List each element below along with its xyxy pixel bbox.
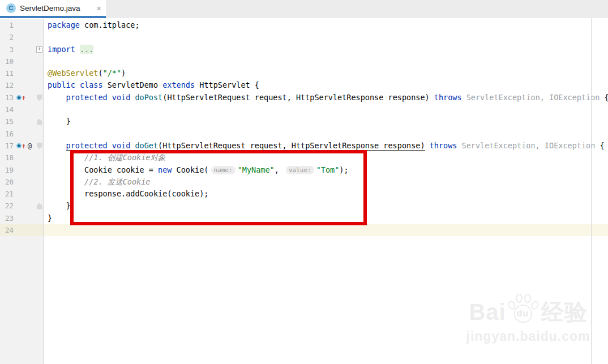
gutter-filler (0, 236, 44, 364)
code-token: } (48, 213, 52, 222)
line-number: 23 (0, 212, 14, 224)
fold-start-icon[interactable] (37, 95, 42, 101)
gutter-cell: 11 (0, 67, 44, 79)
code-text[interactable]: } (44, 212, 52, 224)
code-token: Cookie cookie = (48, 165, 158, 174)
code-token: //1. 创建Cookie对象 (84, 153, 165, 162)
gutter-cell: 18 (0, 152, 44, 164)
code-text[interactable]: } (44, 115, 71, 127)
gutter-cell: 22 (0, 200, 44, 212)
line-number: 2 (0, 31, 14, 43)
line-number: 20 (0, 176, 14, 188)
line-number: 16 (0, 128, 14, 140)
gutter-cell: 17↑@ (0, 140, 44, 152)
line-number: 12 (0, 79, 14, 91)
gutter-cell: 12 (0, 79, 44, 91)
code-text[interactable]: import ... (44, 44, 93, 55)
code-line-11[interactable]: 11@WebServlet("/*") (0, 67, 608, 79)
editor-tab[interactable]: C ServletDemo.java × (0, 0, 106, 18)
code-token: void (112, 93, 131, 102)
overriding-method-icon[interactable] (16, 95, 22, 100)
code-token: { (595, 141, 604, 150)
line-number: 11 (0, 67, 14, 79)
code-token: "Tom" (316, 165, 340, 174)
code-text[interactable]: protected void doPost(HttpServletRequest… (44, 92, 608, 104)
fold-region (36, 143, 43, 149)
line-number: 19 (0, 164, 14, 176)
code-line-23[interactable]: 23} (0, 212, 608, 224)
code-token: (HttpServletRequest request, HttpServlet… (158, 141, 425, 151)
tab-close-icon[interactable]: × (96, 4, 101, 12)
gutter-cell: 2 (0, 31, 44, 43)
code-token (75, 80, 80, 89)
right-margin-guide (591, 18, 592, 364)
code-token: HttpServlet { (195, 80, 259, 89)
code-line-14[interactable]: 14 (0, 104, 608, 115)
code-text[interactable] (44, 224, 608, 236)
code-line-3[interactable]: 3+import ... (0, 44, 608, 55)
line-number: 21 (0, 188, 14, 200)
code-text[interactable]: } (44, 200, 71, 212)
code-token: "/*" (103, 68, 122, 78)
code-line-17[interactable]: 17↑@ protected void doGet(HttpServletReq… (0, 140, 608, 152)
code-token: protected (66, 93, 108, 102)
code-line-2[interactable]: 2 (0, 31, 608, 43)
code-line-1[interactable]: 1package com.itplace; (0, 19, 608, 31)
code-text[interactable]: @WebServlet("/*") (44, 67, 126, 79)
code-text[interactable] (44, 128, 48, 140)
java-class-icon: C (6, 3, 16, 13)
fold-end-icon[interactable] (37, 119, 42, 125)
code-line-22[interactable]: 22 } (0, 200, 608, 212)
code-text[interactable]: Cookie cookie = new Cookie(name:"MyName"… (44, 164, 349, 176)
code-token: throws (434, 93, 462, 102)
code-text[interactable]: protected void doGet(HttpServletRequest … (44, 140, 605, 152)
code-line-10[interactable]: 10 (0, 55, 608, 67)
code-token: com.itplace; (80, 20, 140, 29)
code-token: package (48, 20, 80, 29)
code-text[interactable]: package com.itplace; (44, 19, 140, 31)
override-arrow-icon[interactable]: ↑ (22, 140, 26, 152)
code-line-12[interactable]: 12public class ServletDemo extends HttpS… (0, 79, 608, 91)
gutter-cell: 13↑ (0, 92, 44, 104)
code-token: ServletDemo (103, 80, 163, 89)
code-token: response.addCookie(cookie); (48, 189, 208, 198)
gutter-cell: 1 (0, 19, 44, 31)
line-number: 15 (0, 115, 14, 127)
code-editor[interactable]: 1package com.itplace;23+import ...1011@W… (0, 18, 608, 364)
code-line-21[interactable]: 21 response.addCookie(cookie); (0, 188, 608, 200)
code-line-16[interactable]: 16 (0, 128, 608, 140)
override-arrow-icon[interactable]: ↑ (22, 92, 26, 104)
fold-end-icon[interactable] (37, 203, 42, 209)
fold-expand-icon[interactable]: + (36, 46, 42, 53)
gutter-cell: 15 (0, 115, 44, 127)
overriding-method-icon[interactable] (16, 143, 22, 148)
code-text[interactable]: //1. 创建Cookie对象 (44, 152, 165, 164)
code-line-19[interactable]: 19 Cookie cookie = new Cookie(name:"MyNa… (0, 164, 608, 176)
code-text[interactable] (44, 55, 48, 67)
code-line-24[interactable]: 24 (0, 224, 608, 236)
code-text[interactable]: response.addCookie(cookie); (44, 188, 208, 200)
code-token: import (48, 45, 75, 54)
code-token: { (600, 93, 608, 102)
code-token: , (275, 165, 284, 174)
code-text[interactable] (44, 104, 48, 115)
gutter-cell: 24 (0, 224, 44, 236)
code-token: ServletException, IOException (462, 141, 596, 150)
code-text[interactable]: public class ServletDemo extends HttpSer… (44, 79, 259, 91)
ide-window: { "tab": { "title": "ServletDemo.java", … (0, 0, 608, 364)
fold-start-icon[interactable] (37, 143, 42, 149)
code-line-13[interactable]: 13↑ protected void doPost(HttpServletReq… (0, 92, 608, 104)
code-line-20[interactable]: 20 //2. 发送Cookie (0, 176, 608, 188)
code-token (48, 153, 84, 162)
code-text[interactable] (44, 31, 48, 43)
code-token (425, 141, 430, 150)
code-line-18[interactable]: 18 //1. 创建Cookie对象 (0, 152, 608, 164)
code-text[interactable]: //2. 发送Cookie (44, 176, 150, 188)
code-token: doPost (135, 93, 162, 102)
code-token: extends (162, 80, 195, 89)
code-token (75, 45, 80, 54)
code-token: } (48, 117, 71, 126)
code-token: ... (80, 45, 93, 54)
code-line-15[interactable]: 15 } (0, 115, 608, 127)
gutter-cell: 23 (0, 212, 44, 224)
